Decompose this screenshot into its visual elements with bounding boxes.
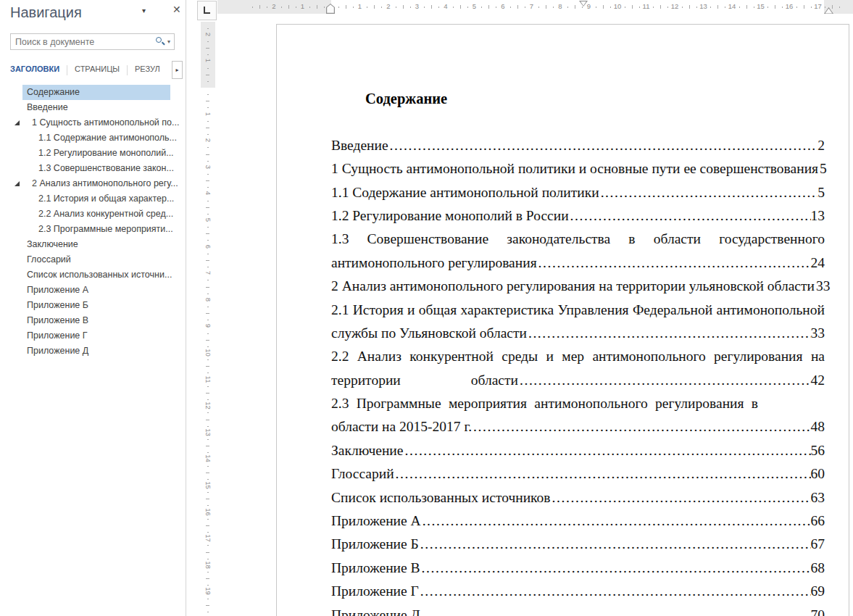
- toc-line[interactable]: территорииобласти.......................…: [331, 369, 825, 392]
- horizontal-ruler[interactable]: 121234567891011121314151617: [217, 0, 853, 14]
- toc-line[interactable]: Приложение Д............................…: [331, 604, 825, 616]
- ruler-tick: [811, 7, 812, 8]
- nav-item[interactable]: Приложение А: [0, 283, 186, 298]
- toc-line[interactable]: Введение................................…: [331, 134, 825, 157]
- ruler-number: 11: [643, 2, 650, 10]
- ruler-tick: [488, 5, 489, 9]
- toc-line[interactable]: 1.3 Совершенствование законодательства в…: [331, 228, 825, 251]
- toc-line[interactable]: Приложение В............................…: [331, 557, 825, 580]
- ruler-tick: [206, 499, 209, 499]
- toc-line[interactable]: 2.2 Анализ конкурентной среды и мер анти…: [331, 345, 825, 368]
- tab-results[interactable]: РЕЗУЛ: [135, 61, 160, 73]
- search-dropdown-icon[interactable]: ▾: [167, 38, 170, 45]
- document-page[interactable]: Содержание Введение.....................…: [276, 24, 849, 616]
- search-input[interactable]: [11, 34, 154, 49]
- dot-leader: ........................................…: [420, 557, 811, 580]
- nav-item[interactable]: Приложение Г: [0, 328, 186, 344]
- close-icon[interactable]: ✕: [172, 4, 181, 15]
- toc-line[interactable]: Приложение Г............................…: [331, 580, 825, 603]
- nav-item[interactable]: Список использованных источни...: [0, 267, 186, 283]
- ruler-number: 6: [501, 2, 504, 10]
- ruler-tick: [206, 233, 209, 234]
- toc-entry-text: Приложение Б: [331, 533, 419, 556]
- toc-line[interactable]: 2.1 История и общая характеристика Управ…: [331, 299, 825, 322]
- toc-line[interactable]: Список использованных источников........…: [331, 486, 825, 509]
- nav-item[interactable]: Приложение Б: [0, 298, 186, 313]
- nav-item[interactable]: Приложение В: [0, 313, 186, 328]
- ruler-tick: [546, 5, 546, 9]
- toc-entry-text: области на 2015-2017 г.: [331, 415, 472, 438]
- toc-line[interactable]: 1 Сущность антимонопольной политики и ос…: [331, 157, 825, 180]
- tab-stop-selector-button[interactable]: [197, 1, 217, 20]
- nav-item[interactable]: 2.2 Анализ конкурентной сред...: [0, 207, 186, 222]
- ruler-tick: [653, 7, 654, 8]
- toc-page-number: 68: [811, 557, 825, 580]
- nav-item[interactable]: 1.3 Совершенствование закон...: [0, 161, 186, 176]
- toc-line[interactable]: 2.3 Программные мероприятия антимонополь…: [331, 392, 825, 415]
- ruler-number: 7: [530, 2, 533, 10]
- tab-headings[interactable]: ЗАГОЛОВКИ: [10, 61, 59, 73]
- nav-item[interactable]: 1.1 Содержание антимонополь...: [0, 130, 186, 146]
- search-icon[interactable]: [154, 36, 166, 48]
- tabs-overflow-button[interactable]: ▸: [172, 61, 183, 79]
- toc-line[interactable]: Приложение Б............................…: [331, 533, 825, 556]
- ruler-tick: [207, 107, 209, 108]
- ruler-number: 1: [204, 107, 212, 121]
- nav-item[interactable]: 2 Анализ антимонопольного регу...: [0, 176, 186, 191]
- ruler-tick: [517, 5, 518, 9]
- toc-line[interactable]: 1.2 Регулирование монополий в России....…: [331, 204, 825, 228]
- toc-line[interactable]: 2 Анализ антимонопольного регулирования …: [331, 275, 825, 298]
- nav-item[interactable]: Введение: [0, 100, 186, 115]
- ruler-tick: [207, 386, 209, 387]
- ruler-number: 15: [757, 2, 765, 10]
- ruler-tick: [207, 372, 209, 373]
- document-title[interactable]: Содержание: [365, 87, 825, 110]
- ruler-tick: [206, 207, 209, 208]
- nav-item[interactable]: Содержание: [0, 85, 186, 100]
- nav-item[interactable]: Заключение: [0, 237, 186, 252]
- ruler-tick: [206, 525, 209, 526]
- nav-item[interactable]: 2.3 Программные мероприяти...: [0, 222, 186, 237]
- toc-line[interactable]: 1.1 Содержание антимонопольной политики.…: [331, 181, 825, 204]
- pane-options-icon[interactable]: ▾: [142, 7, 146, 14]
- ruler-tick: [510, 7, 511, 8]
- ruler-tick: [717, 5, 718, 9]
- toc-page-number: 70: [811, 604, 825, 616]
- nav-item[interactable]: 2.1 История и общая характер...: [0, 191, 186, 207]
- ruler-tick: [207, 94, 209, 95]
- dot-leader: ........................................…: [569, 204, 811, 228]
- nav-item[interactable]: Глоссарий: [0, 252, 186, 267]
- ruler-tick: [267, 7, 267, 8]
- ruler-tick: [746, 5, 747, 9]
- vertical-ruler[interactable]: 1212345678910111213141516171819: [201, 22, 215, 616]
- ruler-tick: [754, 7, 754, 8]
- toc-line[interactable]: Приложение А............................…: [331, 509, 825, 533]
- ruler-tick: [207, 214, 209, 215]
- ruler-tick: [207, 41, 209, 42]
- toc-line[interactable]: области на 2015-2017 г..................…: [331, 415, 825, 438]
- ruler-tick: [367, 7, 367, 8]
- toc-line[interactable]: антимонопольного регулирования..........…: [331, 251, 825, 275]
- ruler-tick: [288, 5, 289, 9]
- toc-entry-text: Глоссарий: [331, 462, 394, 486]
- toc-line[interactable]: Заключение..............................…: [331, 439, 825, 462]
- ruler-tick: [804, 5, 804, 9]
- nav-item[interactable]: 1 Сущность антимонопольной по...: [0, 115, 186, 130]
- toc-entry-text: Список использованных источников: [331, 486, 551, 509]
- collapse-triangle-icon[interactable]: [14, 181, 20, 186]
- ruler-tick: [610, 7, 611, 8]
- ruler-tick: [207, 240, 209, 241]
- toc-entry-text: 1.2 Регулирование монополий в России: [331, 204, 569, 228]
- tab-pages[interactable]: СТРАНИЦЫ: [75, 61, 120, 73]
- nav-item[interactable]: Приложение Д: [0, 344, 186, 359]
- nav-item-label: Приложение В: [27, 315, 88, 325]
- nav-item[interactable]: 1.2 Регулирование монополий...: [0, 146, 186, 161]
- toc-line[interactable]: Глоссарий...............................…: [331, 462, 825, 486]
- ruler-tick: [767, 7, 768, 8]
- collapse-triangle-icon[interactable]: [14, 120, 20, 125]
- ruler-tick: [207, 174, 209, 175]
- toc-line[interactable]: службы по Ульяновской области...........…: [331, 322, 825, 345]
- ruler-number: 1: [204, 54, 212, 68]
- ruler-number: 9: [587, 2, 591, 10]
- ruler-tick: [207, 201, 209, 201]
